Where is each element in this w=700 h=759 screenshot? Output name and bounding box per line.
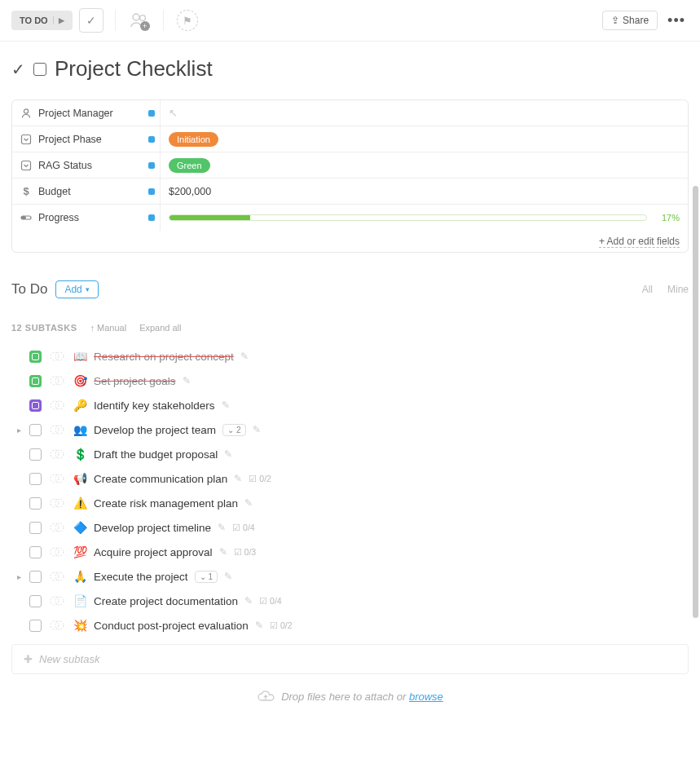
assignee-placeholder-icon[interactable] [48,618,66,633]
checklist-icon: ☑ [270,620,278,630]
field-value[interactable]: 17% [161,205,688,231]
field-value[interactable]: $200,000 [161,179,688,204]
checklist-count[interactable]: ☑0/4 [259,596,282,606]
task-edit-icon[interactable]: ✎ [222,399,230,411]
page-title[interactable]: Project Checklist [55,56,213,82]
assignee-placeholder-icon[interactable] [48,398,66,413]
task-row[interactable]: 📄Create project documentation✎☑0/4 [11,589,689,613]
field-value[interactable]: Initiation [161,126,688,152]
attachment-dropzone[interactable]: Drop files here to attach or browse [11,674,689,710]
task-checkbox[interactable] [29,473,42,485]
task-edit-icon[interactable]: ✎ [183,375,191,386]
task-title: Execute the project [94,571,188,583]
checklist-count[interactable]: ☑0/3 [234,547,257,557]
assignees-button[interactable]: + [127,8,152,33]
subtask-count-pill[interactable]: ⌄1 [195,571,218,583]
field-label[interactable]: Project Phase [12,126,161,152]
task-row[interactable]: ▸ 👥Develop the project team⌄2✎ [11,417,689,442]
task-row[interactable]: 🔑Identify key stakeholders✎ [11,393,689,417]
add-subtask-button[interactable]: Add ▾ [55,280,98,298]
task-edit-icon[interactable]: ✎ [218,522,226,533]
assignee-placeholder-icon[interactable] [48,349,66,364]
task-edit-icon[interactable]: ✎ [244,595,253,607]
task-emoji-icon: 🎯 [73,374,87,387]
task-checkbox[interactable] [29,497,42,510]
assignee-placeholder-icon[interactable] [48,422,66,437]
task-row[interactable]: 🎯Set project goals✎ [11,368,689,393]
task-checkbox[interactable] [29,399,42,412]
task-row[interactable]: 💯Acquire project approval✎☑0/3 [11,540,689,564]
field-value[interactable]: Green [161,152,688,178]
task-emoji-icon: 💥 [73,619,87,632]
share-button[interactable]: ⇪ Share [602,11,658,30]
assignee-placeholder-icon[interactable] [48,545,66,559]
field-label[interactable]: $ Budget [12,179,161,204]
task-checkbox[interactable] [29,522,42,534]
assignee-placeholder-icon[interactable] [48,373,66,388]
filter-mine[interactable]: Mine [667,284,689,295]
expand-caret-icon[interactable]: ▸ [15,426,23,435]
progress-percent: 17% [654,213,680,223]
field-row: Progress 17% [12,205,688,231]
subtask-count-pill[interactable]: ⌄2 [222,424,246,436]
assignee-placeholder-icon[interactable] [48,496,66,510]
add-edit-fields-button[interactable]: + Add or edit fields [599,236,680,248]
task-edit-icon[interactable]: ✎ [255,620,263,631]
task-edit-icon[interactable]: ✎ [244,497,253,509]
sort-button[interactable]: ↑ Manual [90,323,126,333]
checklist-count[interactable]: ☑0/2 [249,474,271,483]
assignee-placeholder-icon[interactable] [48,594,66,608]
task-edit-icon[interactable]: ✎ [234,473,242,484]
task-checkbox[interactable] [29,546,42,558]
task-row[interactable]: 💥Conduct post-project evaluation✎☑0/2 [11,613,689,638]
task-emoji-icon: 🔷 [73,521,87,534]
svg-point-12 [55,401,64,409]
field-label[interactable]: Project Manager [12,100,161,126]
field-row: RAG Status Green [12,152,688,179]
filter-all[interactable]: All [642,284,653,295]
task-edit-icon[interactable]: ✎ [224,571,232,582]
task-row[interactable]: 📖Research on project concept✎ [11,344,689,368]
task-checkbox[interactable] [29,620,42,632]
field-name: Progress [38,212,79,223]
task-checkbox[interactable] [29,448,42,461]
svg-point-19 [51,499,59,507]
task-row[interactable]: 🔷Develop project timeline✎☑0/4 [11,515,689,540]
field-label[interactable]: RAG Status [12,152,161,178]
task-row[interactable]: 💲Draft the budget proposal✎ [11,442,689,466]
task-checkbox[interactable] [29,424,42,436]
expand-all-button[interactable]: Expand all [139,323,181,333]
assignee-placeholder-icon[interactable] [48,471,66,486]
priority-button[interactable]: ⚑ [175,8,200,33]
task-row[interactable]: 📢Create communication plan✎☑0/2 [11,466,689,491]
field-label[interactable]: Progress [12,205,161,231]
task-edit-icon[interactable]: ✎ [219,546,227,558]
expand-caret-icon[interactable]: ▸ [15,572,23,581]
new-subtask-input[interactable]: ✚ New subtask [11,644,689,674]
dropdown-icon [20,134,32,145]
task-edit-icon[interactable]: ✎ [224,448,232,460]
task-edit-icon[interactable]: ✎ [253,424,261,435]
task-checkbox[interactable] [29,351,42,363]
subtask-icon: ⌄ [200,572,206,581]
progress-fill [169,215,250,220]
person-icon [20,108,32,119]
scrollbar[interactable] [693,186,698,618]
checklist-count[interactable]: ☑0/2 [270,620,293,630]
assignee-placeholder-icon[interactable] [48,520,66,535]
task-checkbox[interactable] [29,595,42,607]
assignee-placeholder-icon[interactable] [48,447,66,461]
status-button[interactable]: TO DO ▶ [11,11,73,30]
task-row[interactable]: ⚠️Create risk management plan✎ [11,491,689,515]
mark-complete-button[interactable]: ✓ [79,8,103,33]
browse-link[interactable]: browse [409,691,443,703]
task-edit-icon[interactable]: ✎ [240,351,249,362]
checklist-count[interactable]: ☑0/4 [232,523,255,532]
field-value[interactable]: ↖ [161,100,688,126]
more-menu-button[interactable]: ••• [664,12,689,29]
task-row[interactable]: ▸ 🙏Execute the project⌄1✎ [11,564,689,589]
task-checkbox[interactable] [29,375,42,387]
task-title: Create risk management plan [94,497,238,510]
task-checkbox[interactable] [29,571,42,583]
assignee-placeholder-icon[interactable] [48,569,66,584]
